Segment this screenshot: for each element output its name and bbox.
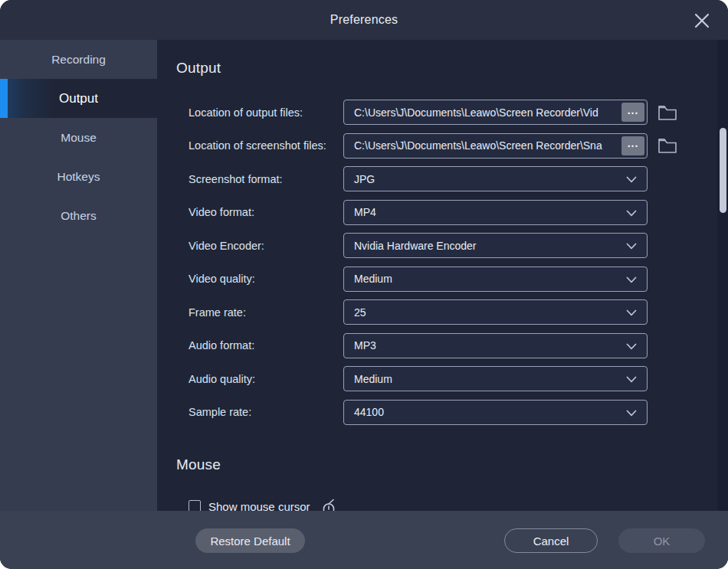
output-path-value: C:\Users\J\Documents\Leawo\Screen Record… [344, 106, 598, 119]
scrollbar-track[interactable] [717, 40, 728, 511]
sidebar-item-recording[interactable]: Recording [0, 40, 157, 79]
show-mouse-cursor-row: Show mouse cursor [189, 495, 336, 511]
chevron-down-icon [626, 243, 637, 250]
selected-value: Nvidia Hardware Encoder [344, 240, 477, 252]
chevron-down-icon [626, 276, 637, 283]
frame-rate-select[interactable]: 25 [343, 299, 648, 325]
video-encoder-select[interactable]: Nvidia Hardware Encoder [343, 233, 648, 258]
browse-screenshot-button[interactable]: ... [621, 136, 644, 155]
sidebar-item-others[interactable]: Others [0, 196, 157, 235]
video-format-row: Video format: MP4 [157, 196, 728, 230]
output-files-row: Location of output files: C:\Users\J\Doc… [157, 96, 728, 129]
audio-quality-select[interactable]: Medium [343, 366, 648, 391]
sidebar-item-mouse[interactable]: Mouse [0, 118, 157, 157]
chevron-down-icon [626, 309, 637, 316]
selected-accent-bar [0, 79, 8, 118]
video-quality-select[interactable]: Medium [343, 267, 648, 292]
ok-button[interactable]: OK [618, 528, 705, 553]
screenshot-format-row: Screenshot format: JPG [157, 162, 728, 196]
settings-panel: Output Location of output files: C:\User… [157, 40, 728, 511]
output-path-input[interactable]: C:\Users\J\Documents\Leawo\Screen Record… [343, 100, 648, 125]
chevron-down-icon [626, 376, 637, 383]
field-label: Audio quality: [189, 373, 343, 385]
selected-value: 25 [344, 306, 366, 319]
field-label: Video quality: [189, 273, 343, 285]
field-label: Location of screenshot files: [189, 139, 343, 152]
sidebar-item-label: Hotkeys [57, 170, 100, 184]
video-quality-row: Video quality: Medium [157, 263, 728, 296]
sidebar-item-label: Mouse [61, 131, 97, 145]
chevron-down-icon [626, 343, 637, 350]
title-bar: Preferences [0, 0, 728, 40]
sidebar-item-label: Others [61, 209, 97, 223]
screenshot-files-row: Location of screenshot files: C:\Users\J… [157, 129, 728, 163]
screenshot-path-value: C:\Users\J\Documents\Leawo\Screen Record… [344, 139, 602, 152]
selected-value: MP4 [344, 206, 376, 218]
field-label: Video Encoder: [189, 240, 343, 252]
mouse-icon [321, 499, 336, 511]
field-label: Frame rate: [189, 306, 343, 319]
field-label: Audio format: [189, 339, 343, 352]
audio-format-select[interactable]: MP3 [343, 333, 648, 358]
mouse-section-heading: Mouse [176, 456, 221, 473]
dialog-title: Preferences [0, 0, 728, 40]
chevron-down-icon [626, 210, 637, 217]
checkbox-label: Show mouse cursor [208, 500, 310, 512]
scrollbar-thumb[interactable] [720, 128, 726, 213]
sidebar-item-hotkeys[interactable]: Hotkeys [0, 157, 157, 196]
preferences-dialog: Preferences Recording Output Mouse Hotke… [0, 0, 728, 569]
frame-rate-row: Frame rate: 25 [157, 296, 728, 329]
audio-format-row: Audio format: MP3 [157, 329, 728, 363]
audio-quality-row: Audio quality: Medium [157, 362, 728, 396]
field-label: Video format: [189, 206, 343, 218]
selected-value: 44100 [344, 406, 384, 418]
open-output-folder-button[interactable] [657, 104, 677, 121]
folder-icon [657, 137, 677, 154]
sidebar-item-label: Recording [51, 53, 106, 67]
output-form: Location of output files: C:\Users\J\Doc… [157, 96, 728, 429]
screenshot-format-select[interactable]: JPG [343, 166, 648, 191]
chevron-down-icon [626, 410, 637, 417]
sample-rate-row: Sample rate: 44100 [157, 396, 728, 430]
field-label: Screenshot format: [189, 173, 343, 185]
folder-icon [657, 104, 677, 121]
cancel-button[interactable]: Cancel [504, 528, 598, 553]
selected-value: Medium [344, 373, 392, 385]
sidebar-item-label: Output [59, 91, 98, 106]
restore-default-button[interactable]: Restore Default [195, 528, 305, 553]
video-format-select[interactable]: MP4 [343, 200, 648, 225]
field-label: Location of output files: [189, 106, 343, 119]
screenshot-path-input[interactable]: C:\Users\J\Documents\Leawo\Screen Record… [343, 133, 648, 159]
footer-bar: Restore Default Cancel OK [0, 511, 728, 569]
close-button[interactable] [691, 10, 713, 31]
field-label: Sample rate: [189, 406, 343, 418]
open-screenshot-folder-button[interactable] [657, 137, 677, 154]
selected-value: MP3 [344, 339, 376, 352]
browse-output-button[interactable]: ... [621, 103, 644, 122]
video-encoder-row: Video Encoder: Nvidia Hardware Encoder [157, 229, 728, 263]
selected-value: Medium [344, 273, 392, 285]
selected-value: JPG [344, 173, 375, 185]
close-icon [694, 12, 710, 29]
sidebar: Recording Output Mouse Hotkeys Others [0, 40, 157, 511]
show-mouse-cursor-checkbox[interactable] [189, 500, 201, 511]
output-section-heading: Output [176, 60, 221, 77]
sidebar-item-output[interactable]: Output [0, 79, 157, 118]
sample-rate-select[interactable]: 44100 [343, 400, 648, 425]
chevron-down-icon [626, 176, 637, 183]
